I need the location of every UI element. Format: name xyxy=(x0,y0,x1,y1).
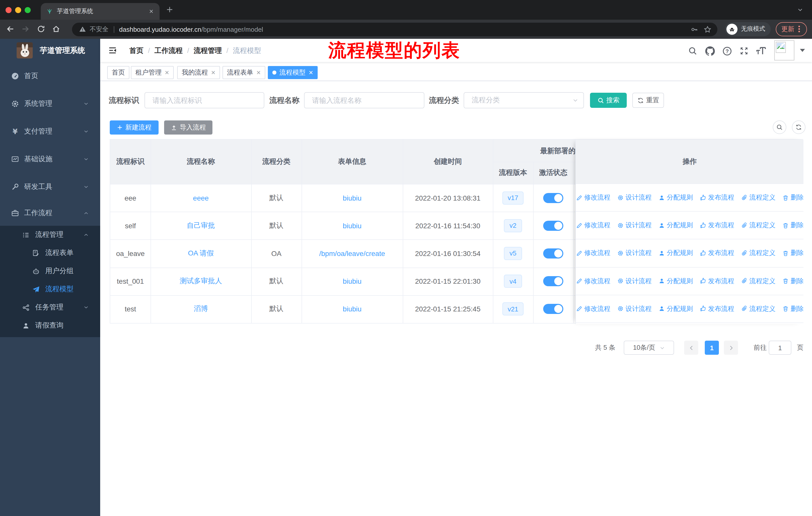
breadcrumb-home[interactable]: 首页 xyxy=(129,39,143,62)
browser-tab[interactable]: 芋道管理系统 xyxy=(41,3,160,20)
cell-active-toggle[interactable] xyxy=(533,184,573,212)
action-分配规则[interactable]: 分配规则 xyxy=(658,249,693,258)
action-流程定义[interactable]: 流程定义 xyxy=(741,249,776,258)
update-label[interactable]: 更新 xyxy=(781,24,794,33)
action-发布流程[interactable]: 发布流程 xyxy=(699,304,734,314)
cell-process-name-link[interactable]: 测试多审批人 xyxy=(150,267,251,295)
not-secure-warning-icon[interactable] xyxy=(79,26,86,33)
page-size-select[interactable]: 10条/页 xyxy=(624,341,674,355)
filter-name-input[interactable] xyxy=(304,92,424,108)
sidebar-item-支付管理[interactable]: ¥支付管理 xyxy=(0,117,100,145)
active-status-toggle[interactable] xyxy=(543,248,563,259)
sidebar-item-研发工具[interactable]: 研发工具 xyxy=(0,173,100,200)
github-icon[interactable] xyxy=(705,46,715,56)
search-button[interactable]: 搜索 xyxy=(590,93,627,108)
active-status-toggle[interactable] xyxy=(543,276,563,286)
action-分配规则[interactable]: 分配规则 xyxy=(658,193,693,202)
traffic-light-close[interactable] xyxy=(5,7,11,13)
cell-form-link[interactable]: biubiu xyxy=(301,212,403,239)
url-bar[interactable]: 不安全 dashboard.yudao.iocoder.cn/bpm/manag… xyxy=(72,22,717,36)
sidebar-item-基础设施[interactable]: 基础设施 xyxy=(0,145,100,173)
sidebar-collapse-icon[interactable] xyxy=(108,46,117,54)
action-修改流程[interactable]: 修改流程 xyxy=(576,193,610,202)
action-流程定义[interactable]: 流程定义 xyxy=(741,276,776,286)
new-process-button[interactable]: 新建流程 xyxy=(110,120,158,135)
sidebar-item-用户分组[interactable]: 用户分组 xyxy=(0,262,100,280)
breadcrumb-workflow[interactable]: 工作流程 xyxy=(154,39,183,62)
action-流程定义[interactable]: 流程定义 xyxy=(741,221,776,230)
prev-page-button[interactable] xyxy=(684,341,698,355)
action-删除[interactable]: 删除 xyxy=(782,249,804,258)
cell-form-link[interactable]: /bpm/oa/leave/create xyxy=(301,240,403,267)
import-process-button[interactable]: 导入流程 xyxy=(164,120,212,135)
page-1-button[interactable]: 1 xyxy=(705,341,719,355)
cell-form-link[interactable]: biubiu xyxy=(343,277,362,285)
sidebar-item-系统管理[interactable]: 系统管理 xyxy=(0,90,100,117)
cell-version-tag[interactable]: v5 xyxy=(493,240,533,267)
action-设计流程[interactable]: 设计流程 xyxy=(617,193,652,202)
sidebar-item-请假查询[interactable]: 请假查询 xyxy=(0,317,100,334)
cell-form-link[interactable]: biubiu xyxy=(343,222,362,230)
action-删除[interactable]: 删除 xyxy=(782,276,804,286)
sidebar-item-流程模型[interactable]: 流程模型 xyxy=(0,280,100,298)
action-设计流程[interactable]: 设计流程 xyxy=(617,276,652,286)
refresh-icon[interactable] xyxy=(792,120,806,134)
active-status-toggle[interactable] xyxy=(543,193,563,203)
cell-process-name-link[interactable]: 滔博 xyxy=(194,305,208,314)
traffic-light-minimize[interactable] xyxy=(15,7,21,13)
tag-close-icon[interactable]: ✕ xyxy=(256,69,261,76)
cell-process-name-link[interactable]: OA 请假 xyxy=(188,249,214,258)
tag-my-process[interactable]: 我的流程✕ xyxy=(177,66,220,79)
active-status-toggle[interactable] xyxy=(543,304,563,314)
action-删除[interactable]: 删除 xyxy=(782,221,804,230)
cell-process-name-link[interactable]: 滔博 xyxy=(150,295,251,323)
sidebar-item-首页[interactable]: 首页 xyxy=(0,62,100,90)
action-删除[interactable]: 删除 xyxy=(782,193,804,202)
tag-process-form[interactable]: 流程表单✕ xyxy=(223,66,265,79)
goto-page-input[interactable] xyxy=(769,341,791,355)
tag-process-model[interactable]: 流程模型✕ xyxy=(268,66,318,79)
home-icon[interactable] xyxy=(52,25,60,33)
avatar-caret-down-icon[interactable] xyxy=(800,49,805,52)
help-question-icon[interactable]: ? xyxy=(722,46,732,56)
cell-active-toggle[interactable] xyxy=(533,295,573,323)
browser-menu-kebab-icon[interactable] xyxy=(799,26,800,32)
sidebar-item-任务管理[interactable]: 任务管理 xyxy=(0,298,100,317)
action-修改流程[interactable]: 修改流程 xyxy=(576,249,610,258)
tag-home[interactable]: 首页 xyxy=(107,66,129,79)
url-text[interactable]: dashboard.yudao.iocoder.cn/bpm/manager/m… xyxy=(119,25,263,33)
cell-version-tag[interactable]: v17 xyxy=(493,184,533,212)
action-分配规则[interactable]: 分配规则 xyxy=(658,221,693,230)
fullscreen-icon[interactable] xyxy=(740,46,749,55)
cell-form-link[interactable]: biubiu xyxy=(301,267,403,295)
font-size-icon[interactable] xyxy=(756,46,766,55)
action-设计流程[interactable]: 设计流程 xyxy=(617,249,652,258)
tag-close-icon[interactable]: ✕ xyxy=(165,69,169,76)
cell-process-name-link[interactable]: eeee xyxy=(193,194,209,202)
cell-active-toggle[interactable] xyxy=(533,212,573,239)
action-设计流程[interactable]: 设计流程 xyxy=(617,304,652,314)
action-分配规则[interactable]: 分配规则 xyxy=(658,304,693,314)
toggle-search-icon[interactable] xyxy=(773,120,786,134)
next-page-button[interactable] xyxy=(724,341,738,355)
sidebar-item-工作流程[interactable]: 工作流程 xyxy=(0,200,100,226)
cell-process-name-link[interactable]: eeee xyxy=(150,184,251,212)
action-修改流程[interactable]: 修改流程 xyxy=(576,221,610,230)
cell-active-toggle[interactable] xyxy=(533,240,573,267)
active-status-toggle[interactable] xyxy=(543,221,563,231)
filter-category-select[interactable]: 流程分类 xyxy=(464,92,584,108)
sidebar-logo[interactable]: 芋道管理系统 xyxy=(0,39,100,62)
traffic-light-zoom[interactable] xyxy=(25,7,31,13)
cell-process-name-link[interactable]: OA 请假 xyxy=(150,240,251,267)
bookmark-star-icon[interactable] xyxy=(704,25,711,33)
cell-form-link[interactable]: /bpm/oa/leave/create xyxy=(319,249,385,257)
action-发布流程[interactable]: 发布流程 xyxy=(699,193,734,202)
filter-id-input[interactable] xyxy=(144,92,264,108)
cell-form-link[interactable]: biubiu xyxy=(301,295,403,323)
action-流程定义[interactable]: 流程定义 xyxy=(741,304,776,314)
cell-version-tag[interactable]: v21 xyxy=(493,295,533,323)
action-发布流程[interactable]: 发布流程 xyxy=(699,276,734,286)
action-流程定义[interactable]: 流程定义 xyxy=(741,193,776,202)
search-icon[interactable] xyxy=(688,46,697,55)
user-avatar-broken-image[interactable] xyxy=(774,40,794,60)
